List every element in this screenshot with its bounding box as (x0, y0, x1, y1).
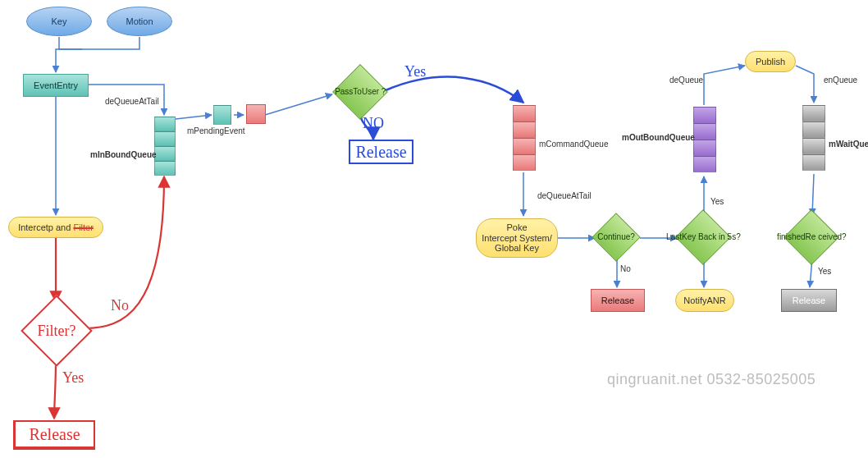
label-enqueue: enQueue (824, 76, 857, 85)
watermark-text: qingruanit.net 0532-85025005 (607, 371, 815, 388)
edge-yes-lastkey: Yes (710, 197, 724, 206)
decision-passtouser: PassToUser ? (332, 64, 388, 120)
node-poke: Poke Intercept System/ Global Key (476, 218, 558, 258)
node-intercept-filter: Intercetp and Filter (8, 217, 103, 238)
label: Release (793, 295, 825, 306)
label: Release (601, 295, 634, 306)
connector-layer (0, 0, 868, 458)
flowchart-canvas: Key Motion EventEntry Intercetp and Filt… (0, 0, 868, 458)
node-notifyanr: NotifyANR (675, 289, 734, 312)
decision-filter: Filter? (21, 295, 93, 367)
label: Filter? (38, 323, 76, 340)
start-key: Key (26, 7, 92, 36)
node-release-hand1: Release (13, 420, 95, 450)
node-publish: Publish (745, 51, 796, 72)
node-release-red: Release (591, 289, 645, 312)
decision-lastkey: LastKey Back in 5s? (675, 209, 731, 265)
label-moutboundqueue: mOutBoundQueue (622, 133, 695, 142)
label: Motion (126, 16, 153, 27)
node-red-small (246, 104, 266, 124)
label-minboundqueue: mInBoundQueue (90, 150, 157, 159)
queue-wait (802, 105, 825, 171)
label-dequeue3: deQueue (669, 76, 703, 85)
label: Poke Intercept System/ Global Key (482, 222, 552, 254)
label: finishedRe ceived? (777, 232, 847, 242)
label: Release (29, 425, 80, 444)
queue-command (513, 105, 536, 171)
node-evententry: EventEntry (23, 74, 89, 97)
label: LastKey Back in 5s? (666, 232, 741, 242)
label-dequeue1: deQueueAtTail (105, 97, 159, 106)
start-motion: Motion (107, 7, 172, 36)
queue-pending (213, 105, 231, 125)
edge-no-cont: No (620, 264, 631, 273)
queue-outbound (693, 107, 716, 172)
edge-yes-blue: Yes (404, 63, 426, 80)
label: Continue? (597, 232, 635, 242)
label: Intercetp and Filter (18, 222, 94, 233)
label-mwaitqueue: mWaitQueue (829, 140, 868, 149)
decision-finished: finishedRe ceived? (783, 209, 839, 265)
edge-yes-finished: Yes (818, 267, 831, 276)
label: EventEntry (34, 80, 78, 91)
label: Publish (756, 57, 785, 67)
label: Release (355, 143, 406, 162)
label-mcommandqueue: mCommandQueue (539, 140, 608, 149)
label-mpendingev: mPendingEvent (187, 126, 245, 135)
decision-continue: Continue? (592, 213, 640, 261)
node-release-gray: Release (781, 289, 837, 312)
label-dequeue2: deQueueAtTail (537, 191, 592, 200)
edge-no-blue: NO (363, 115, 384, 132)
label: PassToUser ? (335, 87, 386, 97)
node-release-hand2: Release (349, 140, 413, 164)
edge-no-hand: No (111, 297, 129, 314)
edge-yes-hand: Yes (62, 369, 84, 387)
label: NotifyANR (683, 295, 725, 306)
label: Key (52, 16, 67, 27)
queue-inbound (154, 117, 176, 176)
